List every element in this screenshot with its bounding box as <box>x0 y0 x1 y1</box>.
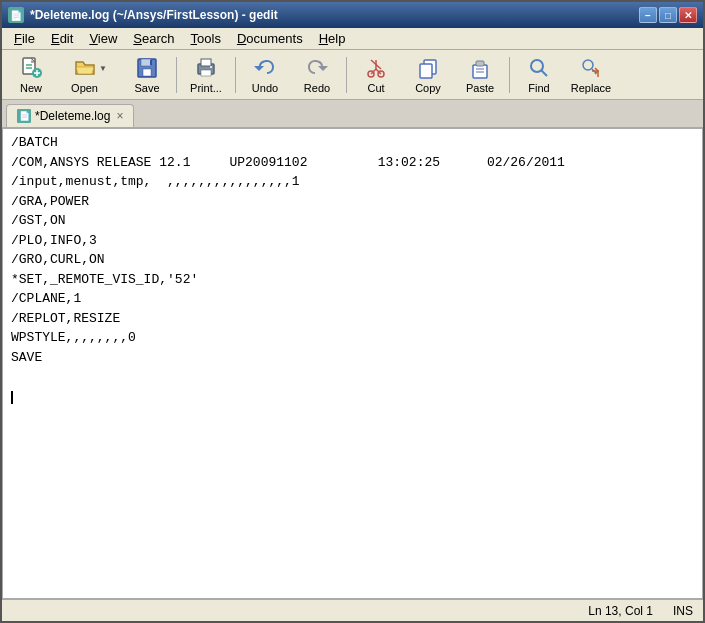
open-dropdown-arrow[interactable]: ▼ <box>99 64 107 73</box>
maximize-button[interactable]: □ <box>659 7 677 23</box>
menu-edit[interactable]: Edit <box>43 29 81 48</box>
svg-line-27 <box>542 70 548 76</box>
find-button[interactable]: Find <box>514 53 564 97</box>
separator-3 <box>346 57 347 93</box>
svg-point-28 <box>583 60 593 70</box>
separator-4 <box>509 57 510 93</box>
copy-button[interactable]: Copy <box>403 53 453 97</box>
print-label: Print... <box>190 82 222 94</box>
replace-icon <box>579 56 603 80</box>
find-label: Find <box>528 82 549 94</box>
undo-icon <box>253 56 277 80</box>
redo-label: Redo <box>304 82 330 94</box>
redo-icon <box>305 56 329 80</box>
open-icon <box>73 56 97 80</box>
paste-icon <box>468 56 492 80</box>
menu-file[interactable]: File <box>6 29 43 48</box>
window-title: *Deleteme.log (~/Ansys/FirstLesson) - ge… <box>30 8 278 22</box>
open-button[interactable]: Open ▼ <box>58 53 120 97</box>
cursor-position: Ln 13, Col 1 <box>588 604 653 618</box>
close-button[interactable]: ✕ <box>679 7 697 23</box>
paste-button[interactable]: Paste <box>455 53 505 97</box>
redo-button[interactable]: Redo <box>292 53 342 97</box>
tab-close-button[interactable]: × <box>116 109 123 123</box>
separator-1 <box>176 57 177 93</box>
app-icon: 📄 <box>8 7 24 23</box>
editor-area[interactable]: /BATCH /COM,ANSYS RELEASE 12.1 UP2009110… <box>2 128 703 599</box>
svg-point-13 <box>210 66 212 68</box>
new-button[interactable]: New <box>6 53 56 97</box>
toolbar: New Open ▼ <box>2 50 703 100</box>
svg-rect-12 <box>201 70 211 76</box>
svg-rect-11 <box>201 59 211 66</box>
menu-help[interactable]: Help <box>311 29 354 48</box>
copy-label: Copy <box>415 82 441 94</box>
print-icon <box>194 56 218 80</box>
new-icon <box>19 56 43 80</box>
menu-tools[interactable]: Tools <box>183 29 229 48</box>
open-label: Open <box>71 82 98 94</box>
cut-button[interactable]: Cut <box>351 53 401 97</box>
window-controls: − □ ✕ <box>639 7 697 23</box>
main-window: 📄 *Deleteme.log (~/Ansys/FirstLesson) - … <box>0 0 705 623</box>
tabbar: 📄 *Deleteme.log × <box>2 100 703 128</box>
copy-icon <box>416 56 440 80</box>
titlebar-left: 📄 *Deleteme.log (~/Ansys/FirstLesson) - … <box>8 7 278 23</box>
titlebar: 📄 *Deleteme.log (~/Ansys/FirstLesson) - … <box>2 2 703 28</box>
svg-rect-21 <box>420 64 432 78</box>
separator-2 <box>235 57 236 93</box>
save-button[interactable]: Save <box>122 53 172 97</box>
save-label: Save <box>134 82 159 94</box>
new-label: New <box>20 82 42 94</box>
paste-label: Paste <box>466 82 494 94</box>
menu-search[interactable]: Search <box>125 29 182 48</box>
print-button[interactable]: Print... <box>181 53 231 97</box>
svg-rect-9 <box>150 60 152 65</box>
save-icon <box>135 56 159 80</box>
minimize-button[interactable]: − <box>639 7 657 23</box>
svg-rect-23 <box>476 61 484 66</box>
menu-documents[interactable]: Documents <box>229 29 311 48</box>
replace-label: Replace <box>571 82 611 94</box>
find-icon <box>527 56 551 80</box>
replace-button[interactable]: Replace <box>566 53 616 97</box>
cut-label: Cut <box>367 82 384 94</box>
insert-mode: INS <box>673 604 693 618</box>
svg-rect-8 <box>143 69 151 76</box>
tab-deleteme-log[interactable]: 📄 *Deleteme.log × <box>6 104 134 127</box>
undo-label: Undo <box>252 82 278 94</box>
svg-point-26 <box>531 60 543 72</box>
cut-icon <box>364 56 388 80</box>
undo-button[interactable]: Undo <box>240 53 290 97</box>
tab-file-icon: 📄 <box>17 109 31 123</box>
menu-view[interactable]: View <box>81 29 125 48</box>
statusbar: Ln 13, Col 1 INS <box>2 599 703 621</box>
menubar: File Edit View Search Tools Documents He… <box>2 28 703 50</box>
svg-rect-7 <box>141 59 151 66</box>
tab-label: *Deleteme.log <box>35 109 110 123</box>
